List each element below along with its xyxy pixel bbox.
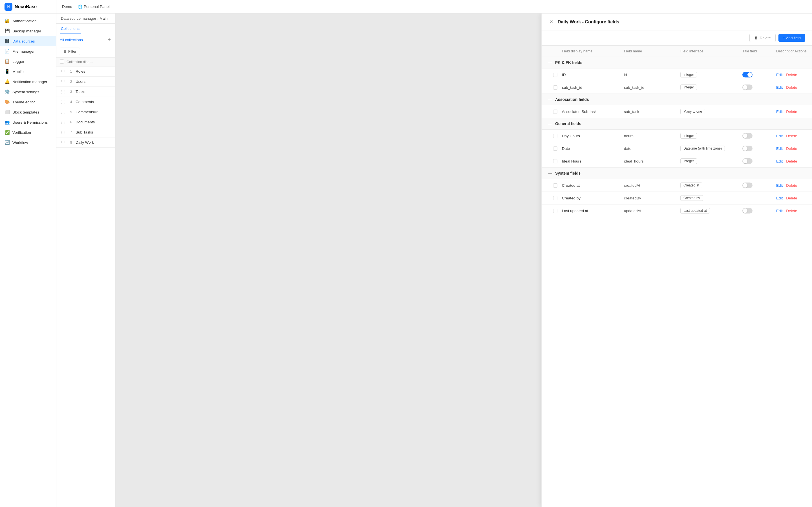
- field-select-checkbox[interactable]: [553, 86, 557, 90]
- title-field-toggle[interactable]: [742, 158, 753, 164]
- title-field-toggle[interactable]: [742, 208, 753, 214]
- field-checkbox[interactable]: [548, 110, 562, 114]
- filter-button[interactable]: ⊟ Filter: [60, 48, 80, 55]
- collection-row[interactable]: ⋮⋮ 1 Roles: [56, 66, 115, 76]
- section-collapse-general[interactable]: —: [548, 121, 552, 126]
- interface-badge: Integer: [680, 158, 697, 164]
- title-field-toggle[interactable]: [742, 72, 753, 77]
- sidebar-label-theme-editor: Theme editor: [12, 100, 35, 104]
- sidebar-item-backup-manager[interactable]: 💾Backup manager: [0, 26, 56, 36]
- dialog-toolbar: 🗑 Delete + Add field: [542, 31, 812, 46]
- block-templates-icon: ⬜: [4, 110, 10, 115]
- edit-field-link[interactable]: Edit: [776, 86, 783, 90]
- collection-row[interactable]: ⋮⋮ 8 Daily Work: [56, 137, 115, 148]
- title-field-cell: [742, 146, 776, 151]
- nav-personal-panel[interactable]: 🌐 Personal Panel: [78, 4, 110, 9]
- delete-field-link[interactable]: Delete: [786, 209, 797, 213]
- sidebar-item-system-settings[interactable]: ⚙️System settings: [0, 87, 56, 97]
- field-checkbox[interactable]: [548, 183, 562, 187]
- title-field-toggle[interactable]: [742, 146, 753, 151]
- drag-handle: ⋮⋮: [60, 90, 66, 94]
- sidebar-item-data-sources[interactable]: 🗄️Data sources: [0, 36, 56, 46]
- sidebar-item-workflow[interactable]: 🔄Workflow: [0, 137, 56, 148]
- field-checkbox[interactable]: [548, 86, 562, 90]
- sidebar-item-authentication[interactable]: 🔐Authentication: [0, 16, 56, 26]
- sidebar-item-block-templates[interactable]: ⬜Block templates: [0, 107, 56, 117]
- field-select-checkbox[interactable]: [553, 147, 557, 151]
- collection-row[interactable]: ⋮⋮ 5 Comments02: [56, 107, 115, 117]
- sidebar-label-authentication: Authentication: [12, 19, 37, 23]
- edit-field-link[interactable]: Edit: [776, 183, 783, 187]
- field-checkbox[interactable]: [548, 73, 562, 77]
- field-key-name: sub_task: [624, 110, 680, 114]
- sidebar-item-theme-editor[interactable]: 🎨Theme editor: [0, 97, 56, 107]
- delete-field-link[interactable]: Delete: [786, 134, 797, 138]
- section-collapse-association[interactable]: —: [548, 97, 552, 102]
- field-select-checkbox[interactable]: [553, 73, 557, 77]
- collection-row[interactable]: ⋮⋮ 3 Tasks: [56, 87, 115, 97]
- delete-field-link[interactable]: Delete: [786, 73, 797, 77]
- breadcrumb-parent[interactable]: Data source manager: [61, 16, 96, 20]
- field-checkbox[interactable]: [548, 134, 562, 138]
- add-collection-button[interactable]: +: [107, 37, 112, 42]
- section-collapse-pk-fk[interactable]: —: [548, 60, 552, 65]
- field-display-name: Ideal Hours: [562, 159, 624, 163]
- nav-demo[interactable]: Demo: [62, 4, 72, 9]
- field-checkbox[interactable]: [548, 209, 562, 213]
- field-select-checkbox[interactable]: [553, 196, 557, 200]
- col-title-field: Title field: [742, 49, 776, 53]
- sidebar-label-system-settings: System settings: [12, 90, 39, 94]
- all-collections-label[interactable]: All collections: [60, 38, 83, 42]
- field-checkbox[interactable]: [548, 147, 562, 151]
- edit-field-link[interactable]: Edit: [776, 196, 783, 200]
- edit-field-link[interactable]: Edit: [776, 147, 783, 151]
- sidebar-item-notification-manager[interactable]: 🔔Notification manager: [0, 76, 56, 87]
- title-field-toggle[interactable]: [742, 182, 753, 188]
- collection-row[interactable]: ⋮⋮ 7 Sub Tasks: [56, 127, 115, 137]
- delete-field-link[interactable]: Delete: [786, 183, 797, 187]
- title-field-toggle[interactable]: [742, 133, 753, 138]
- delete-field-link[interactable]: Delete: [786, 196, 797, 200]
- delete-field-link[interactable]: Delete: [786, 110, 797, 114]
- col-interface: Field interface: [680, 49, 742, 53]
- sidebar-item-mobile[interactable]: 📱Mobile: [0, 66, 56, 76]
- field-select-checkbox[interactable]: [553, 209, 557, 213]
- field-checkbox[interactable]: [548, 196, 562, 200]
- section-header-general: — General fields: [542, 118, 812, 129]
- collection-row[interactable]: ⋮⋮ 6 Documents: [56, 117, 115, 127]
- delete-field-link[interactable]: Delete: [786, 147, 797, 151]
- add-field-button[interactable]: + Add field: [778, 34, 805, 42]
- delete-button[interactable]: 🗑 Delete: [749, 34, 776, 42]
- edit-field-link[interactable]: Edit: [776, 110, 783, 114]
- sidebar-item-file-manager[interactable]: 📄File manager: [0, 46, 56, 56]
- select-all-checkbox[interactable]: [60, 59, 64, 64]
- filter-bar: ⊟ Filter: [56, 45, 115, 58]
- tab-collections[interactable]: Collections: [60, 24, 81, 34]
- field-select-checkbox[interactable]: [553, 110, 557, 114]
- theme-editor-icon: 🎨: [4, 100, 10, 105]
- header-nav: Demo 🌐 Personal Panel: [56, 0, 115, 13]
- edit-field-link[interactable]: Edit: [776, 209, 783, 213]
- row-num: 3: [69, 90, 73, 94]
- collection-row[interactable]: ⋮⋮ 2 Users: [56, 76, 115, 87]
- edit-field-link[interactable]: Edit: [776, 73, 783, 77]
- section-collapse-system[interactable]: —: [548, 171, 552, 175]
- field-select-checkbox[interactable]: [553, 183, 557, 187]
- field-checkbox[interactable]: [548, 159, 562, 163]
- field-select-checkbox[interactable]: [553, 159, 557, 163]
- sidebar-item-verification[interactable]: ✅Verification: [0, 127, 56, 137]
- fields-table: Field display name Field name Field inte…: [542, 46, 812, 507]
- edit-field-link[interactable]: Edit: [776, 159, 783, 163]
- field-select-checkbox[interactable]: [553, 134, 557, 138]
- dialog-close-button[interactable]: ✕: [548, 18, 554, 25]
- collection-row[interactable]: ⋮⋮ 4 Comments: [56, 97, 115, 107]
- delete-field-link[interactable]: Delete: [786, 159, 797, 163]
- interface-badge: Datetime (with time zone): [680, 146, 725, 151]
- sidebar-item-users-permissions[interactable]: 👥Users & Permissions: [0, 117, 56, 127]
- title-field-toggle[interactable]: [742, 84, 753, 90]
- edit-field-link[interactable]: Edit: [776, 134, 783, 138]
- field-row: Associated Sub-task sub_task Many to one…: [542, 105, 812, 118]
- filter-icon: ⊟: [63, 49, 66, 54]
- delete-field-link[interactable]: Delete: [786, 86, 797, 90]
- sidebar-item-logger[interactable]: 📋Logger: [0, 56, 56, 66]
